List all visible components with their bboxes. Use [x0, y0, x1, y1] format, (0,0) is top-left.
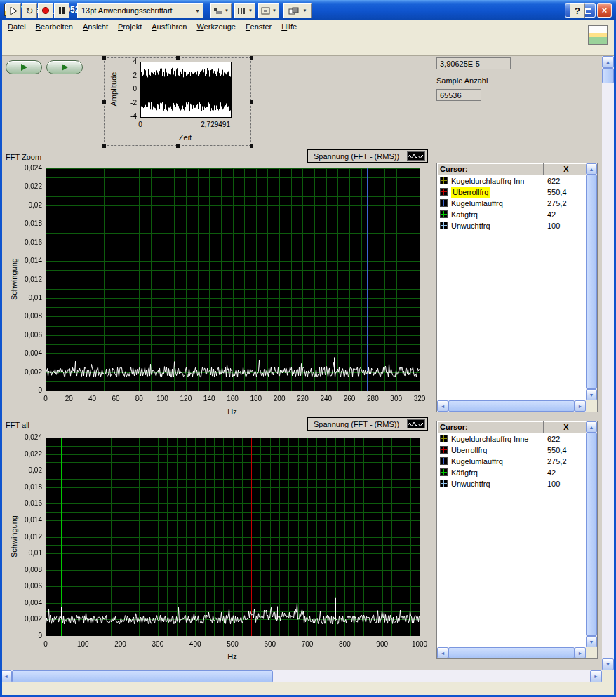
window-border-left [0, 20, 2, 697]
align-objects-dropdown[interactable]: ▼ [210, 3, 232, 18]
fft-all-plot[interactable] [46, 438, 420, 636]
run-arrow-icon [9, 6, 18, 15]
scroll-up-button[interactable]: ▲ [586, 163, 597, 175]
selection-handle[interactable] [102, 56, 106, 60]
cursor-panel-hscrollbar[interactable]: ◄ ► [437, 647, 586, 658]
fft-zoom-plot-legend[interactable]: Spannung (FFT - (RMS)) [307, 149, 428, 163]
scroll-left-button[interactable]: ◄ [437, 400, 448, 412]
cursor-row-k-figfrq[interactable]: Käfigfrq42 [437, 467, 586, 478]
scroll-up-button[interactable]: ▲ [602, 56, 614, 68]
scroll-up-button[interactable]: ▲ [586, 421, 597, 433]
menu-item-hilfe[interactable]: Hilfe [276, 20, 302, 34]
sample-count-input[interactable]: 65536 [436, 89, 481, 101]
pause-button[interactable] [54, 3, 69, 18]
fft-zoom-xlabel: Hz [218, 407, 246, 416]
selection-handle[interactable] [176, 144, 180, 148]
cursor-name: Kugeldurchlauffrq Inne [451, 433, 529, 445]
selection-handle[interactable] [250, 56, 253, 60]
selection-handle[interactable] [102, 144, 106, 148]
cursor-row-kugelumlauffrq[interactable]: Kugelumlauffrq275,2 [437, 456, 586, 467]
scroll-right-button[interactable]: ► [590, 670, 602, 682]
chevron-down-icon: ▼ [303, 8, 307, 13]
sample-count-label: Sample Anzahl [436, 76, 488, 85]
selection-handle[interactable] [102, 100, 106, 104]
align-objects-icon [213, 7, 222, 15]
vscroll-thumb[interactable] [602, 68, 614, 83]
cursor-x-value: 100 [547, 478, 584, 489]
menu-item-datei[interactable]: Datei [3, 20, 31, 34]
resize-objects-dropdown[interactable]: ▼ [258, 3, 279, 18]
mini-graph-ylabel: Amplitude [109, 68, 118, 110]
cursor-row-kugeldurchlauffrq-inne[interactable]: Kugeldurchlauffrq Inne622 [437, 433, 586, 445]
value-display: 3,90625E-5 [436, 57, 511, 69]
scroll-right-button[interactable]: ► [575, 647, 586, 658]
scroll-left-button[interactable]: ◄ [437, 647, 448, 658]
window-vscrollbar[interactable]: ▲ ▼ [602, 56, 614, 670]
distribute-objects-dropdown[interactable]: ▼ [234, 3, 255, 18]
scroll-down-button[interactable]: ▼ [586, 389, 597, 400]
cursor-row-berrollfrq[interactable]: Überrollfrq550,4 [437, 187, 586, 198]
run-continuous-button[interactable]: ↻ [22, 3, 37, 18]
cursor-list: Kugeldurchlauffrq Inne622Überrollfrq550,… [437, 433, 586, 647]
cursor-panel-vscrollbar[interactable]: ▲ ▼ [586, 421, 597, 647]
menu-item-projekt[interactable]: Projekt [113, 20, 147, 34]
window-hscrollbar[interactable]: ◄ ► [0, 670, 602, 682]
fft-all-plot-legend[interactable]: Spannung (FFT - (RMS)) [307, 417, 428, 431]
scrollbar-corner [602, 670, 614, 682]
menu-item-ausf-hren[interactable]: Ausführen [147, 20, 192, 34]
fft-all-cursor-panel: Cursor: X Kugeldurchlauffrq Inne622Überr… [436, 421, 598, 659]
scroll-right-button[interactable]: ► [575, 400, 586, 412]
cursor-x-value: 100 [547, 220, 584, 231]
selection-handle[interactable] [250, 144, 253, 148]
run-step-button-1[interactable] [6, 60, 42, 74]
abort-button[interactable] [38, 3, 53, 18]
vscroll-thumb[interactable] [586, 433, 597, 636]
cursor-row-k-figfrq[interactable]: Käfigfrq42 [437, 209, 586, 220]
cursor-x-value: 42 [547, 209, 584, 220]
font-selector[interactable]: 13pt Anwendungsschriftart ▼ [77, 3, 203, 18]
maximize-icon [585, 8, 591, 14]
menu-item-ansicht[interactable]: Ansicht [78, 20, 113, 34]
cursor-row-unwuchtfrq[interactable]: Unwuchtfrq100 [437, 220, 586, 231]
hscroll-thumb[interactable] [12, 670, 273, 682]
fft-zoom-title: FFT Zoom [6, 153, 41, 161]
cursor-row-unwuchtfrq[interactable]: Unwuchtfrq100 [437, 478, 586, 489]
vscroll-thumb[interactable] [586, 175, 597, 389]
selection-handle[interactable] [250, 100, 253, 104]
scroll-down-button[interactable]: ▼ [602, 658, 614, 670]
vi-icon[interactable] [588, 25, 608, 45]
cursor-row-kugelumlauffrq[interactable]: Kugelumlauffrq275,2 [437, 198, 586, 209]
cursor-row-kugeldurchlauffrq-inn[interactable]: Kugeldurchlauffrq Inn622 [437, 175, 586, 187]
run-step-button-2[interactable] [46, 60, 83, 74]
pause-icon [59, 7, 65, 14]
cursor-name: Kugelumlauffrq [451, 456, 503, 467]
hscroll-thumb[interactable] [448, 647, 575, 658]
cursor-crosshair-icon [440, 446, 448, 454]
waveform-icon [407, 419, 425, 428]
scroll-down-button[interactable]: ▼ [586, 636, 597, 647]
cursor-name: Kugelumlauffrq [451, 198, 503, 209]
play-icon [62, 64, 68, 71]
hscroll-thumb[interactable] [448, 400, 575, 412]
cursor-x-value: 550,4 [547, 445, 584, 456]
scrollbar-corner [586, 400, 597, 412]
cursor-x-value: 275,2 [547, 456, 584, 467]
cursor-panel-vscrollbar[interactable]: ▲ ▼ [586, 163, 597, 400]
mini-waveform-plot[interactable] [140, 62, 232, 118]
cursor-row-berrollfrq[interactable]: Überrollfrq550,4 [437, 445, 586, 456]
close-button[interactable]: × [597, 3, 612, 18]
menubar: DateiBearbeitenAnsichtProjektAusführenWe… [0, 20, 616, 34]
menu-item-werkzeuge[interactable]: Werkzeuge [192, 20, 240, 34]
cursor-panel-header: Cursor: [437, 163, 544, 175]
fft-zoom-plot[interactable] [46, 168, 420, 391]
scrollbar-corner [586, 647, 597, 658]
help-button[interactable]: ? [570, 3, 585, 18]
cursor-x-value: 622 [547, 175, 584, 187]
reorder-objects-dropdown[interactable]: ▼ [283, 3, 312, 18]
cursor-panel-hscrollbar[interactable]: ◄ ► [437, 400, 586, 412]
run-button[interactable] [6, 3, 21, 18]
chevron-down-icon[interactable]: ▼ [192, 4, 203, 18]
selection-handle[interactable] [176, 56, 180, 60]
menu-item-bearbeiten[interactable]: Bearbeiten [31, 20, 78, 34]
menu-item-fenster[interactable]: Fenster [241, 20, 276, 34]
